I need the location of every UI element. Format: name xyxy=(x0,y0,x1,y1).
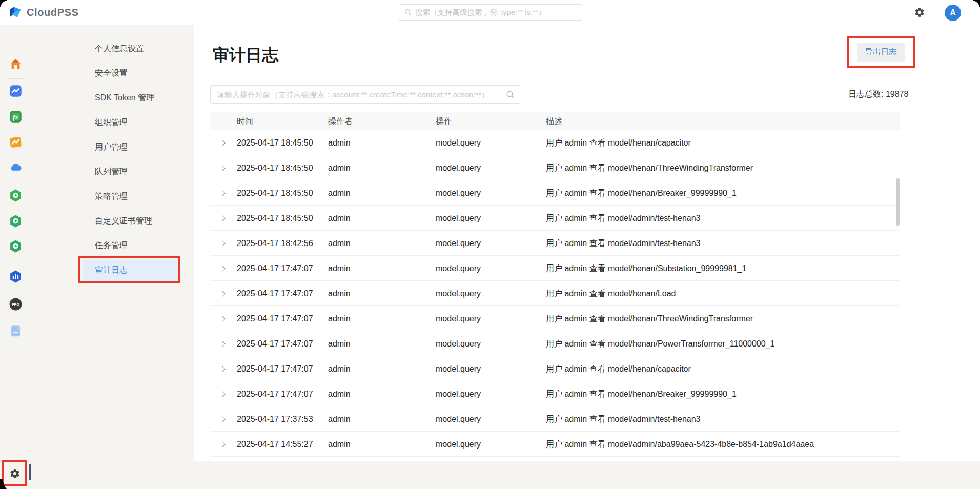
search-icon[interactable] xyxy=(506,90,515,99)
expand-chevron-icon[interactable] xyxy=(219,240,225,246)
settings-sidebar: 个人信息设置 安全设置 SDK Token 管理 组织管理 用户管理 队列管理 … xyxy=(0,25,194,282)
app-header: CloudPSS A xyxy=(0,0,980,25)
table-row[interactable]: 2025-04-17 17:47:07 admin model.query 用户… xyxy=(210,356,900,381)
expand-chevron-icon[interactable] xyxy=(219,266,225,271)
sidebar-item-label: 队列管理 xyxy=(95,167,128,177)
cell-description: 用户 admin 查看 model/admin/test-henan3 xyxy=(546,406,700,432)
sidebar-menu-item[interactable]: 队列管理 xyxy=(0,159,194,184)
expand-chevron-icon[interactable] xyxy=(219,316,225,321)
sidebar-item-label: 审计日志 xyxy=(95,265,128,276)
cell-time: 2025-04-17 17:47:07 xyxy=(237,331,313,356)
cell-action: model.query xyxy=(436,406,481,432)
sidebar-menu-item[interactable]: SDK Token 管理 xyxy=(0,86,194,110)
cell-operator: admin xyxy=(328,130,351,155)
sidebar-menu-item[interactable]: 策略管理 xyxy=(0,184,194,209)
table-row[interactable]: 2025-04-17 17:47:07 admin model.query 用户… xyxy=(210,281,900,306)
window-corner-artifact xyxy=(0,479,18,489)
column-header-action: 操作 xyxy=(436,112,452,130)
cell-operator: admin xyxy=(328,432,351,457)
cell-action: model.query xyxy=(436,180,481,206)
cell-action: model.query xyxy=(436,381,481,406)
table-row[interactable]: 2025-04-17 17:47:07 admin model.query 用户… xyxy=(210,381,900,406)
table-row[interactable]: 2025-04-17 18:45:50 admin model.query 用户… xyxy=(210,206,900,231)
expand-chevron-icon[interactable] xyxy=(219,165,225,171)
expand-chevron-icon[interactable] xyxy=(219,366,225,372)
cell-time: 2025-04-17 17:47:07 xyxy=(237,256,313,281)
sidebar-item-label: 组织管理 xyxy=(95,117,128,128)
expand-chevron-icon[interactable] xyxy=(219,291,225,296)
column-header-description: 描述 xyxy=(546,112,562,130)
log-filter-input[interactable] xyxy=(217,90,502,99)
table-row[interactable]: 2025-04-17 17:47:07 admin model.query 用户… xyxy=(210,306,900,331)
table-row[interactable]: 2025-04-17 18:45:50 admin model.query 用户… xyxy=(210,155,900,180)
table-row[interactable]: 2025-04-17 17:47:07 admin model.query 用户… xyxy=(210,256,900,281)
cell-time: 2025-04-17 18:45:50 xyxy=(237,180,313,206)
table-row[interactable]: 2025-04-17 18:42:56 admin model.query 用户… xyxy=(210,231,900,256)
sidebar-item-label: 安全设置 xyxy=(95,68,128,79)
user-avatar[interactable]: A xyxy=(945,5,961,21)
column-header-operator: 操作者 xyxy=(328,112,353,130)
table-row[interactable]: 2025-04-17 18:45:50 admin model.query 用户… xyxy=(210,130,900,155)
cell-time: 2025-04-17 18:42:56 xyxy=(237,231,313,256)
cell-time: 2025-04-17 17:47:07 xyxy=(237,306,313,331)
log-filter xyxy=(210,85,520,104)
cell-description: 用户 admin 查看 model/henan/Breaker_99999990… xyxy=(546,180,737,206)
doc-app-icon[interactable] xyxy=(9,324,23,338)
cell-operator: admin xyxy=(328,155,351,180)
expand-chevron-icon[interactable] xyxy=(219,341,225,347)
settings-gear-icon[interactable] xyxy=(914,7,925,18)
sidebar-menu-item[interactable]: 组织管理 xyxy=(0,110,194,135)
fpo-label: FPO xyxy=(12,302,20,307)
sidebar-menu-item[interactable]: 个人信息设置 xyxy=(0,36,194,61)
table-row[interactable]: 2025-04-17 14:55:27 admin model.query 用户… xyxy=(210,432,900,457)
sidebar-menu-item[interactable]: 审计日志 xyxy=(0,258,194,282)
bottom-settings-gear-icon[interactable] xyxy=(9,468,21,479)
sidebar-menu-item[interactable]: 自定义证书管理 xyxy=(0,209,194,233)
expand-chevron-icon[interactable] xyxy=(219,391,225,397)
sidebar-menu-item[interactable]: 用户管理 xyxy=(0,135,194,159)
cloudpss-logo[interactable]: CloudPSS xyxy=(8,5,78,19)
cell-description: 用户 admin 查看 model/henan/Load xyxy=(546,281,676,306)
rail-divider xyxy=(8,318,24,318)
sidebar-item-label: 个人信息设置 xyxy=(95,44,144,54)
cell-action: model.query xyxy=(436,331,481,356)
table-row[interactable]: 2025-04-17 17:47:07 admin model.query 用户… xyxy=(210,331,900,356)
cell-description: 用户 admin 查看 model/henan/capacitor xyxy=(546,356,691,381)
expand-chevron-icon[interactable] xyxy=(219,441,225,447)
page-title: 审计日志 xyxy=(213,44,278,67)
brand-name: CloudPSS xyxy=(27,7,78,18)
window-corner-artifact xyxy=(973,0,980,7)
table-row[interactable]: 2025-04-17 17:37:53 admin model.query 用户… xyxy=(210,406,900,432)
cell-description: 用户 admin 查看 model/henan/ThreeWindingTran… xyxy=(546,306,753,331)
table-row[interactable]: 2025-04-17 18:45:50 admin model.query 用户… xyxy=(210,180,900,206)
column-header-time: 时间 xyxy=(237,112,253,130)
cell-action: model.query xyxy=(436,256,481,281)
global-search xyxy=(399,4,582,21)
cell-time: 2025-04-17 17:37:53 xyxy=(237,406,313,432)
export-log-button[interactable]: 导出日志 xyxy=(857,43,905,62)
cell-description: 用户 admin 查看 model/admin/aba99aea-5423-4b… xyxy=(546,432,814,457)
audit-log-page: 审计日志 导出日志 日志总数: 19878 时间 操作者 操作 描述 2025-… xyxy=(194,25,980,461)
expand-chevron-icon[interactable] xyxy=(219,190,225,196)
table-header-row: 时间 操作者 操作 描述 xyxy=(210,112,900,130)
cloudpss-logo-icon xyxy=(8,5,23,19)
fpo-app-icon[interactable]: FPO xyxy=(9,297,23,311)
audit-log-table: 时间 操作者 操作 描述 2025-04-17 18:45:50 admin m… xyxy=(210,112,900,457)
expand-chevron-icon[interactable] xyxy=(219,140,225,146)
expand-chevron-icon[interactable] xyxy=(219,416,225,422)
cell-operator: admin xyxy=(328,306,351,331)
table-scrollbar-thumb[interactable] xyxy=(896,178,900,226)
window-corner-artifact xyxy=(0,0,7,7)
global-search-input[interactable] xyxy=(415,8,577,16)
expand-chevron-icon[interactable] xyxy=(219,215,225,221)
log-total-count: 日志总数: 19878 xyxy=(848,89,908,100)
sidebar-menu-item[interactable]: 安全设置 xyxy=(0,61,194,86)
cell-time: 2025-04-17 18:45:50 xyxy=(237,206,313,231)
sidebar-item-label: 用户管理 xyxy=(95,142,128,153)
rail-scroll-indicator[interactable] xyxy=(29,464,31,480)
sidebar-menu-item[interactable]: 任务管理 xyxy=(0,233,194,258)
cell-description: 用户 admin 查看 model/henan/capacitor xyxy=(546,130,691,155)
cell-operator: admin xyxy=(328,256,351,281)
cell-time: 2025-04-17 18:45:50 xyxy=(237,130,313,155)
annotation-box-export: 导出日志 xyxy=(847,36,915,68)
